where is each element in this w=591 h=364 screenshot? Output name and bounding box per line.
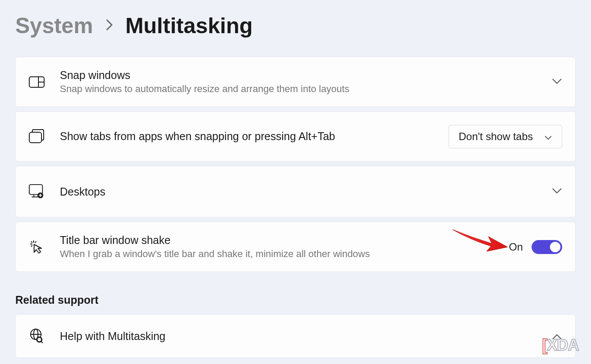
breadcrumb-current: Multitasking [125,13,253,38]
svg-line-14 [35,241,36,243]
cursor-click-icon [29,239,45,255]
snap-layout-icon [29,74,45,90]
show-tabs-row[interactable]: Show tabs from apps when snapping or pre… [15,111,576,161]
dropdown-value: Don't show tabs [459,130,534,143]
toggle-state-label: On [509,241,523,253]
svg-rect-3 [29,132,41,143]
desktops-icon [29,184,45,199]
card-content: Snap windows Snap windows to automatical… [60,69,543,95]
show-tabs-dropdown[interactable]: Don't show tabs [449,125,562,148]
card-title: Title bar window shake [60,234,509,247]
card-title: Snap windows [60,69,543,82]
tabs-icon [29,129,45,144]
card-content: Desktops [60,185,543,198]
card-control: On [509,240,562,254]
help-with-multitasking-row[interactable]: Help with Multitasking [15,314,576,358]
chevron-down-icon [552,78,562,86]
breadcrumb: System Multitasking [15,13,576,38]
chevron-down-icon [544,130,552,143]
title-bar-shake-row[interactable]: Title bar window shake When I grab a win… [15,222,576,272]
card-title: Show tabs from apps when snapping or pre… [60,130,449,143]
card-title: Help with Multitasking [60,330,543,343]
svg-line-21 [41,341,43,343]
card-control: Don't show tabs [449,125,562,148]
svg-line-13 [31,241,32,243]
desktops-row[interactable]: Desktops [15,166,576,217]
card-content: Help with Multitasking [60,330,543,343]
chevron-right-icon [105,19,113,33]
card-description: Snap windows to automatically resize and… [60,83,543,95]
breadcrumb-parent[interactable]: System [15,13,93,38]
card-content: Show tabs from apps when snapping or pre… [60,130,449,143]
card-title: Desktops [60,185,543,198]
related-support-heading: Related support [15,294,576,306]
card-content: Title bar window shake When I grab a win… [60,234,509,260]
chevron-down-icon [552,188,562,196]
title-bar-shake-toggle[interactable] [532,240,562,254]
globe-search-icon [29,328,45,344]
watermark: [XDA [542,336,579,354]
svg-line-15 [31,245,32,247]
snap-windows-row[interactable]: Snap windows Snap windows to automatical… [15,57,576,107]
card-description: When I grab a window's title bar and sha… [60,248,509,260]
